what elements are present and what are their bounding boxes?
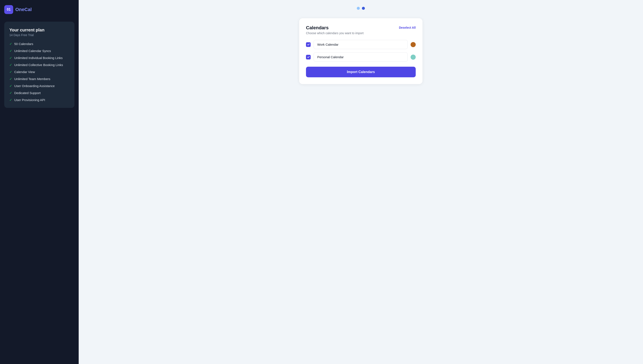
deselect-all-button[interactable]: Deselect All [399, 25, 416, 30]
step-indicators [357, 7, 365, 10]
logo-text: OneCal [15, 7, 32, 12]
calendar-name-input-1[interactable] [314, 52, 408, 62]
check-icon: ✓ [9, 91, 12, 95]
feature-list: ✓ 50 Calendars ✓ Unlimited Calendar Sync… [9, 42, 69, 102]
feature-label: Unlimited Individual Booking Links [14, 56, 63, 60]
calendar-color-dot-1 [410, 54, 416, 60]
check-icon: ✓ [9, 84, 12, 88]
import-calendars-button[interactable]: Import Calendars [306, 67, 416, 77]
feature-label: Unlimited Calendar Syncs [14, 49, 51, 53]
feature-item: ✓ Dedicated Support [9, 91, 69, 95]
feature-label: Unlimited Team Members [14, 77, 50, 81]
check-icon: ✓ [9, 77, 12, 81]
card-header-text: Calendars Choose which calendars you wan… [306, 25, 364, 35]
logo-icon: 01 [4, 5, 13, 14]
feature-item: ✓ Calendar View [9, 70, 69, 74]
feature-item: ✓ Unlimited Calendar Syncs [9, 49, 69, 53]
calendar-checkbox-1[interactable] [306, 55, 311, 60]
feature-item: ✓ Unlimited Collective Booking Links [9, 63, 69, 67]
check-icon: ✓ [9, 63, 12, 67]
feature-item: ✓ Unlimited Individual Booking Links [9, 56, 69, 60]
plan-subtitle: 14 Days Free Trial [9, 33, 69, 37]
logo-area: 01 OneCal [4, 5, 74, 14]
check-icon: ✓ [9, 98, 12, 102]
check-icon: ✓ [9, 70, 12, 74]
check-icon: ✓ [9, 49, 12, 53]
calendar-items [306, 40, 416, 62]
feature-label: Calendar View [14, 70, 35, 74]
feature-label: User Onboarding Assistance [14, 84, 55, 88]
check-icon: ✓ [9, 56, 12, 60]
calendar-card: Calendars Choose which calendars you wan… [299, 18, 422, 84]
step-dot-inactive [357, 7, 360, 10]
calendar-color-dot-0 [410, 42, 416, 47]
feature-label: User Provisioning API [14, 98, 45, 102]
feature-label: 50 Calendars [14, 42, 33, 46]
sidebar: 01 OneCal Your current plan 14 Days Free… [0, 0, 79, 364]
step-dot-active [362, 7, 365, 10]
feature-label: Dedicated Support [14, 91, 41, 95]
feature-label: Unlimited Collective Booking Links [14, 63, 63, 67]
card-subtitle: Choose which calendars you want to impor… [306, 32, 364, 35]
calendar-checkbox-0[interactable] [306, 42, 311, 47]
check-icon: ✓ [9, 42, 12, 46]
plan-title: Your current plan [9, 28, 69, 32]
card-header: Calendars Choose which calendars you wan… [306, 25, 416, 35]
calendar-item [306, 52, 416, 62]
calendar-name-input-0[interactable] [314, 40, 408, 49]
feature-item: ✓ User Onboarding Assistance [9, 84, 69, 88]
plan-card: Your current plan 14 Days Free Trial ✓ 5… [4, 22, 74, 108]
feature-item: ✓ User Provisioning API [9, 98, 69, 102]
main-content: Calendars Choose which calendars you wan… [79, 0, 643, 364]
feature-item: ✓ 50 Calendars [9, 42, 69, 46]
card-title: Calendars [306, 25, 364, 30]
calendar-item [306, 40, 416, 49]
feature-item: ✓ Unlimited Team Members [9, 77, 69, 81]
